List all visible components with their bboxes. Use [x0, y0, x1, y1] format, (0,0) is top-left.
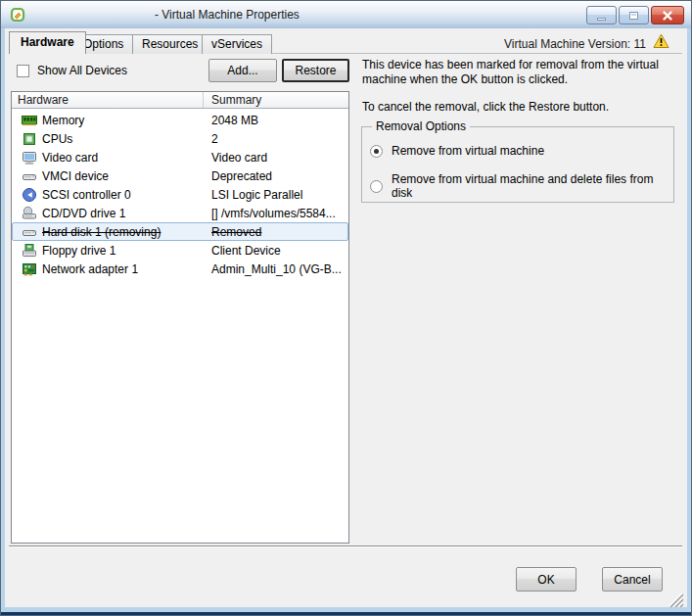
device-list-header: Hardware Summary: [12, 92, 348, 109]
device-summary: 2: [211, 130, 218, 149]
column-header-hardware[interactable]: Hardware: [12, 92, 204, 108]
device-row-cpus[interactable]: CPUs 2: [12, 129, 348, 148]
hardware-device-list: Hardware Summary Memory 2048 MB: [11, 91, 349, 544]
device-row-video-card[interactable]: Video card Video card: [12, 148, 348, 166]
cancel-button[interactable]: Cancel: [602, 567, 663, 592]
show-all-devices-row: Show All Devices: [17, 64, 127, 77]
minimize-icon: [597, 18, 606, 21]
device-label: SCSI controller 0: [42, 186, 131, 205]
device-row-floppy[interactable]: Floppy drive 1 Client Device: [12, 241, 348, 260]
device-row-network-adapter[interactable]: Network adapter 1 Admin_Multi_10 (VG-B..…: [12, 260, 348, 278]
vmware-vm-icon: [10, 7, 25, 23]
cpu-icon: [22, 131, 37, 147]
remove-and-delete-radio[interactable]: [370, 180, 383, 193]
scsi-controller-icon: [22, 187, 37, 203]
device-row-memory[interactable]: Memory 2048 MB: [12, 111, 348, 129]
footer-separator: [9, 545, 682, 547]
removal-options-group: Removal Options Remove from virtual mach…: [361, 119, 674, 203]
titlebar[interactable]: - Virtual Machine Properties: [1, 1, 691, 28]
window-border-left: [1, 28, 5, 609]
window-controls: [586, 6, 684, 24]
close-icon: [662, 10, 673, 22]
close-button[interactable]: [651, 6, 684, 24]
device-row-hard-disk[interactable]: Hard disk 1 (removing) Removed: [12, 222, 348, 241]
network-adapter-icon: [22, 261, 37, 277]
device-summary: Admin_Multi_10 (VG-B...: [211, 261, 342, 279]
removal-options-title: Removal Options: [372, 119, 470, 133]
ok-button[interactable]: OK: [516, 567, 577, 592]
video-card-icon: [22, 150, 37, 166]
window-border-bottom: [1, 607, 691, 615]
floppy-icon: [22, 243, 37, 259]
show-all-devices-checkbox[interactable]: [17, 65, 29, 77]
vm-version-label: Virtual Machine Version: 11: [504, 37, 646, 51]
cd-dvd-icon: [22, 206, 37, 221]
device-summary: [] /vmfs/volumes/5584...: [211, 205, 336, 223]
virtual-machine-properties-window: - Virtual Machine Properties Hardware Op…: [0, 0, 692, 616]
show-all-devices-label: Show All Devices: [37, 64, 127, 77]
remove-from-vm-radio[interactable]: [370, 145, 383, 158]
warning-icon: [653, 33, 669, 49]
device-label: VMCI device: [42, 167, 109, 186]
device-label: Hard disk 1 (removing): [42, 223, 161, 242]
device-row-scsi-controller[interactable]: SCSI controller 0 LSI Logic Parallel: [12, 185, 348, 204]
column-header-summary[interactable]: Summary: [204, 92, 348, 108]
resize-grip[interactable]: [665, 590, 684, 608]
tab-resources[interactable]: Resources: [132, 34, 208, 54]
remove-and-delete-option[interactable]: Remove from virtual machine and delete f…: [370, 172, 666, 200]
device-summary: Deprecated: [211, 167, 272, 186]
minimize-button[interactable]: [586, 6, 617, 24]
vmci-device-icon: [22, 168, 37, 184]
device-rows: Memory 2048 MB CPUs 2: [12, 109, 348, 278]
hard-disk-icon: [22, 224, 37, 240]
cancel-removal-hint-text: To cancel the removal, click the Restore…: [362, 100, 687, 114]
device-label: Network adapter 1: [42, 261, 138, 279]
device-label: CD/DVD drive 1: [42, 205, 125, 223]
remove-from-vm-label: Remove from virtual machine: [392, 144, 544, 158]
restore-button[interactable]: Restore: [282, 59, 349, 82]
device-row-cd-dvd[interactable]: CD/DVD drive 1 [] /vmfs/volumes/5584...: [12, 204, 348, 222]
maximize-icon: [629, 12, 638, 20]
window-border-right: [687, 28, 691, 609]
removal-notice-text: This device has been marked for removal …: [362, 58, 687, 87]
remove-from-vm-option[interactable]: Remove from virtual machine: [370, 144, 666, 158]
device-row-vmci[interactable]: VMCI device Deprecated: [12, 166, 348, 185]
device-label: Memory: [42, 112, 84, 130]
tab-hardware[interactable]: Hardware: [9, 31, 86, 54]
device-label: Floppy drive 1: [42, 242, 115, 261]
add-button[interactable]: Add...: [208, 59, 277, 82]
device-summary: LSI Logic Parallel: [211, 186, 302, 205]
remove-and-delete-label: Remove from virtual machine and delete f…: [392, 172, 666, 200]
window-title: - Virtual Machine Properties: [155, 8, 300, 22]
device-summary: Video card: [211, 149, 267, 167]
device-label: Video card: [42, 149, 98, 167]
device-summary: Client Device: [211, 242, 281, 261]
maximize-button[interactable]: [619, 6, 649, 24]
device-summary: 2048 MB: [211, 112, 258, 130]
tab-vservices[interactable]: vServices: [202, 34, 272, 54]
memory-icon: [22, 113, 37, 128]
device-summary: Removed: [211, 223, 261, 242]
redacted-vm-name: [25, 8, 155, 22]
device-label: CPUs: [42, 130, 72, 149]
